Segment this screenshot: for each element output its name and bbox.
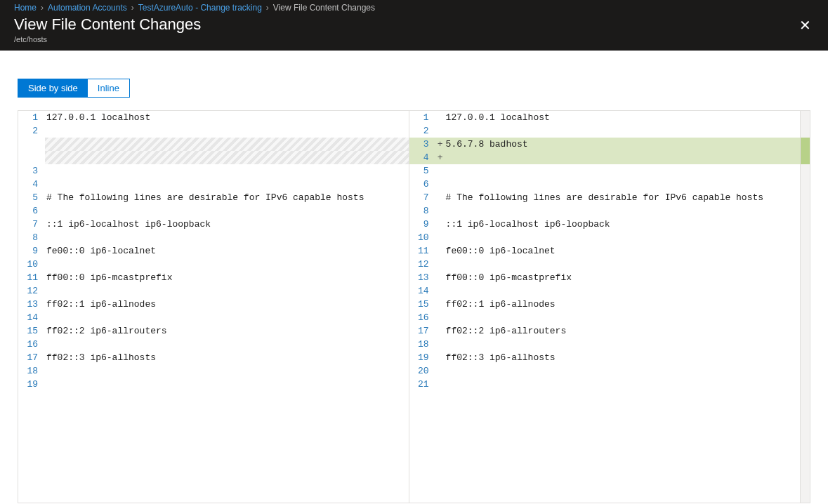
- page-title: View File Content Changes: [14, 15, 201, 34]
- line-number: 8: [18, 231, 45, 244]
- content-area: Side by side Inline 1127.0.0.1 localhost…: [0, 51, 828, 504]
- diff-sign: +: [436, 151, 445, 164]
- line-content: [445, 178, 801, 191]
- line-number: 13: [18, 298, 45, 311]
- line-content: [445, 378, 801, 391]
- line-content: [445, 204, 801, 218]
- line-content: [445, 258, 801, 271]
- line-content: [45, 138, 409, 151]
- line-content: [45, 311, 409, 324]
- overview-change-marker: [801, 138, 810, 164]
- diff-sign: [436, 124, 445, 138]
- diff-line: 18: [409, 338, 801, 351]
- line-content: [445, 164, 801, 178]
- line-number: 13: [409, 271, 436, 284]
- diff-line: 15ff02::1 ip6-allnodes: [409, 298, 801, 311]
- line-number: 10: [409, 231, 436, 244]
- diff-line: 4+: [409, 151, 801, 164]
- line-content: [45, 231, 409, 244]
- breadcrumb-change-tracking[interactable]: TestAzureAuto - Change tracking: [138, 3, 262, 13]
- diff-sign: [436, 298, 445, 311]
- diff-sign: [436, 364, 445, 378]
- line-number: 2: [409, 124, 436, 138]
- line-number: 4: [18, 178, 45, 191]
- close-icon[interactable]: ✕: [796, 15, 814, 35]
- line-content: # The following lines are desirable for …: [45, 191, 409, 204]
- line-number: 18: [18, 364, 45, 378]
- line-number: 3: [409, 138, 436, 151]
- diff-sign: [436, 164, 445, 178]
- line-content: [45, 151, 409, 164]
- diff-line: 2: [18, 124, 409, 138]
- diff-line: [18, 151, 409, 164]
- diff-line: 11fe00::0 ip6-localnet: [409, 244, 801, 258]
- breadcrumb: Home › Automation Accounts › TestAzureAu…: [0, 0, 828, 14]
- line-content: fe00::0 ip6-localnet: [445, 244, 801, 258]
- line-number: 19: [18, 378, 45, 391]
- line-number: 5: [18, 191, 45, 204]
- line-content: ::1 ip6-localhost ip6-loopback: [445, 218, 801, 231]
- line-number: 11: [18, 271, 45, 284]
- diff-line: 5: [409, 164, 801, 178]
- inline-button[interactable]: Inline: [88, 79, 129, 97]
- line-number: 6: [18, 204, 45, 218]
- line-number: 5: [409, 164, 436, 178]
- diff-sign: [436, 258, 445, 271]
- diff-line: 21: [409, 378, 801, 391]
- line-number: 7: [409, 191, 436, 204]
- diff-line: 12: [409, 258, 801, 271]
- diff-line: 6: [18, 204, 409, 218]
- line-content: fe00::0 ip6-localnet: [45, 244, 409, 258]
- line-number: 4: [409, 151, 436, 164]
- line-number: 21: [409, 378, 436, 391]
- view-mode-toggle: Side by side Inline: [18, 79, 130, 98]
- side-by-side-button[interactable]: Side by side: [18, 79, 88, 97]
- line-content: [445, 364, 801, 378]
- diff-line: 7::1 ip6-localhost ip6-loopback: [18, 218, 409, 231]
- line-number: 14: [18, 311, 45, 324]
- overview-ruler[interactable]: [800, 111, 810, 503]
- line-number: 7: [18, 218, 45, 231]
- diff-line: 10: [18, 258, 409, 271]
- diff-line: 9::1 ip6-localhost ip6-loopback: [409, 218, 801, 231]
- diff-pane-original[interactable]: 1127.0.0.1 localhost2345# The following …: [18, 111, 409, 503]
- diff-line: 13ff02::1 ip6-allnodes: [18, 298, 409, 311]
- chevron-right-icon: ›: [131, 3, 134, 13]
- line-number: 9: [18, 244, 45, 258]
- diff-line: 19ff02::3 ip6-allhosts: [409, 351, 801, 364]
- diff-viewer: 1127.0.0.1 localhost2345# The following …: [18, 110, 810, 503]
- line-number: 12: [409, 258, 436, 271]
- line-content: [45, 164, 409, 178]
- diff-sign: [436, 284, 445, 298]
- line-content: [45, 364, 409, 378]
- diff-line: [18, 138, 409, 151]
- top-bar: Home › Automation Accounts › TestAzureAu…: [0, 0, 828, 51]
- diff-line: 9fe00::0 ip6-localnet: [18, 244, 409, 258]
- diff-sign: [436, 218, 445, 231]
- line-content: ff00::0 ip6-mcastprefix: [45, 271, 409, 284]
- line-content: [45, 124, 409, 138]
- diff-line: 10: [409, 231, 801, 244]
- diff-line: 13ff00::0 ip6-mcastprefix: [409, 271, 801, 284]
- page-subtitle: /etc/hosts: [14, 35, 201, 44]
- chevron-right-icon: ›: [41, 3, 44, 13]
- line-number: 16: [18, 338, 45, 351]
- diff-line: 1127.0.0.1 localhost: [18, 111, 409, 124]
- diff-line: 19: [18, 378, 409, 391]
- line-content: ff02::2 ip6-allrouters: [445, 324, 801, 338]
- line-number: 9: [409, 218, 436, 231]
- diff-sign: [436, 271, 445, 284]
- line-content: ff00::0 ip6-mcastprefix: [445, 271, 801, 284]
- line-content: [445, 284, 801, 298]
- breadcrumb-automation-accounts[interactable]: Automation Accounts: [48, 3, 127, 13]
- line-content: ff02::2 ip6-allrouters: [45, 324, 409, 338]
- line-number: 17: [18, 351, 45, 364]
- line-content: [445, 151, 801, 164]
- diff-sign: [436, 244, 445, 258]
- diff-pane-modified[interactable]: 1127.0.0.1 localhost23+5.6.7.8 badhost4+…: [409, 111, 801, 503]
- line-content: [45, 378, 409, 391]
- line-content: [445, 124, 801, 138]
- breadcrumb-home[interactable]: Home: [14, 3, 37, 13]
- line-content: 127.0.0.1 localhost: [45, 111, 409, 124]
- diff-line: 14: [409, 284, 801, 298]
